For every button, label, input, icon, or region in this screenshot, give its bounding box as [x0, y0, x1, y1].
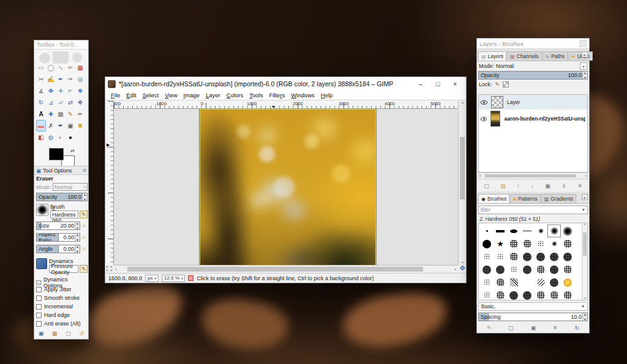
brushes-tab-brushes[interactable]: ◉Brushes — [478, 194, 509, 203]
brush-swatch[interactable] — [480, 263, 494, 276]
dock-tab-undo[interactable]: ➥Undo — [568, 51, 593, 61]
reset-angle-icon[interactable]: ⎌ — [81, 245, 88, 253]
dock-tab-layers[interactable]: ▤Layers — [478, 51, 506, 61]
brush-swatch[interactable] — [561, 237, 574, 250]
spacing-slider[interactable]: Spacing 10.0 ▲▼ — [478, 313, 588, 321]
brush-swatch[interactable] — [520, 276, 534, 289]
brush-swatch[interactable] — [561, 263, 574, 276]
tool-blur-sharpen[interactable]: ◍ — [46, 132, 56, 143]
edit-brush-icon[interactable]: ✎ — [80, 210, 88, 218]
image-layer[interactable] — [200, 109, 376, 266]
brush-swatch[interactable] — [480, 276, 494, 289]
brush-swatch[interactable] — [534, 263, 547, 276]
dynamics-icon[interactable] — [36, 258, 47, 269]
foreground-color-swatch[interactable] — [49, 148, 64, 160]
brush-swatch[interactable] — [480, 250, 494, 263]
tool-mypaint-brush[interactable]: ✖ — [75, 120, 85, 132]
checkbox-box[interactable] — [36, 321, 42, 327]
menu-file[interactable]: File — [108, 92, 123, 98]
menu-help[interactable]: Help — [318, 92, 336, 98]
tool-color-picker[interactable]: ✑ — [66, 73, 75, 85]
edit-brush-icon[interactable]: ✎ — [487, 325, 492, 331]
brush-swatch[interactable] — [520, 237, 534, 250]
zoom-select[interactable]: 12.5 %▾ — [162, 275, 185, 282]
tool-ink[interactable]: ✒ — [56, 120, 66, 132]
tool-clone[interactable]: ▣ — [66, 120, 75, 132]
tool-foreground-select[interactable]: ✍ — [46, 73, 56, 85]
scroll-down-icon[interactable]: ⌄ — [460, 259, 465, 264]
save-tool-preset-icon[interactable]: ▣ — [39, 330, 44, 336]
brush-swatch[interactable] — [547, 237, 561, 250]
tool-dodge-burn[interactable]: ◐ — [56, 132, 66, 143]
checkbox-box[interactable] — [36, 295, 42, 301]
tool-handle-transform[interactable]: ✥ — [75, 97, 85, 108]
new-brush-icon[interactable]: ▢ — [508, 325, 514, 331]
horizontal-scrollbar[interactable]: ‹ › — [114, 265, 457, 273]
brushes-tab-gradients[interactable]: ▥Gradients — [541, 194, 576, 203]
layer-opacity-slider[interactable]: Opacity 100.0 ▲▼ — [478, 71, 588, 80]
quick-mask-toggle[interactable] — [107, 266, 112, 271]
layers-titlebar[interactable]: Layers - Brushes — [477, 39, 589, 49]
scroll-left-icon[interactable]: ‹ — [479, 173, 481, 179]
lower-layer-icon[interactable]: ↓ — [531, 183, 534, 189]
horizontal-scrollbar-thumb[interactable] — [127, 267, 422, 272]
maximize-button[interactable]: □ — [429, 77, 446, 91]
foreground-background-colors[interactable]: ⇄ — [49, 148, 75, 166]
layer-list-scrollbar[interactable]: ‹ › — [478, 173, 588, 179]
checkbox-anti-erase-alt-[interactable]: Anti erase (Alt) — [36, 319, 88, 328]
brush-swatch[interactable] — [520, 289, 534, 300]
duplicate-brush-icon[interactable]: ▣ — [531, 325, 536, 331]
brush-swatch[interactable] — [507, 225, 520, 237]
tool-unified-transform[interactable]: ❖ — [75, 85, 85, 97]
brush-thumbnail[interactable] — [36, 204, 48, 216]
tool-fuzzy-select[interactable]: ✏ — [66, 62, 75, 73]
aspect-ratio-slider[interactable]: Aspect Ratio 0.00 ▲▼ — [36, 233, 80, 242]
delete-tool-preset-icon[interactable]: ▢ — [66, 330, 71, 336]
opacity-slider[interactable]: Opacity 100.0 ▲▼ — [36, 193, 88, 201]
brush-swatch[interactable] — [520, 225, 534, 237]
dock-tab-channels[interactable]: ▤Channels — [507, 51, 541, 61]
filter-dropdown-icon[interactable]: ▼ — [582, 208, 585, 212]
canvas-area[interactable] — [114, 109, 459, 266]
menu-colors[interactable]: Colors — [223, 92, 246, 98]
tool-smudge[interactable]: ● — [66, 132, 75, 143]
lock-pixels-icon[interactable]: ✎ — [495, 81, 500, 87]
vertical-scrollbar-thumb[interactable] — [460, 137, 465, 199]
image-window-titlebar[interactable]: *[aaron-burden-rd2yxHSSatU-unsplash] (im… — [105, 77, 466, 91]
menu-windows[interactable]: Windows — [288, 92, 318, 98]
menu-edit[interactable]: Edit — [123, 92, 139, 98]
checkbox-incremental[interactable]: Incremental — [36, 302, 88, 311]
navigation-cross-icon[interactable]: ✥ — [460, 264, 465, 272]
duplicate-layer-icon[interactable]: ▣ — [545, 183, 550, 189]
scroll-up-icon[interactable]: ⌃ — [583, 223, 587, 228]
tool-paths[interactable]: ✒ — [56, 73, 66, 85]
mode-combo[interactable]: Normal▾ — [53, 183, 88, 191]
checkbox-box[interactable] — [36, 287, 42, 292]
brush-swatch[interactable] — [534, 225, 547, 237]
brush-swatch[interactable] — [547, 276, 561, 289]
layer-mode-dropdown[interactable]: ▾ — [580, 62, 587, 70]
layer-row[interactable]: aaron-burden-rd2yxHSSatU-unspla — [479, 110, 587, 128]
brush-swatch[interactable] — [494, 289, 507, 300]
tool-zoom[interactable]: ◎ — [75, 73, 85, 85]
restore-tool-preset-icon[interactable]: ▦ — [52, 330, 58, 336]
lock-alpha-icon[interactable] — [503, 81, 509, 87]
menu-select[interactable]: Select — [140, 92, 162, 98]
menu-tools[interactable]: Tools — [246, 92, 266, 98]
brush-swatch[interactable] — [561, 250, 574, 263]
tool-rectangle-select[interactable]: ▭ — [36, 62, 46, 73]
brush-swatch[interactable] — [494, 276, 507, 289]
close-button[interactable]: × — [446, 77, 464, 91]
brush-grid-scrollbar[interactable]: ⌃ ⌄ — [582, 223, 587, 300]
dock-tab-paths[interactable]: ∿Paths — [543, 51, 568, 61]
detach-icon[interactable]: ⊞ — [83, 168, 86, 173]
new-layer-icon[interactable]: ▢ — [484, 183, 489, 189]
brush-swatch[interactable] — [534, 289, 547, 300]
brush-swatch[interactable] — [561, 225, 574, 237]
tab-menu-icon[interactable]: ▸ — [582, 194, 588, 200]
checkbox-box[interactable] — [36, 304, 42, 310]
tool-heal[interactable]: ✚ — [46, 108, 56, 120]
brush-swatch[interactable] — [494, 250, 507, 263]
menu-layer[interactable]: Layer — [203, 92, 223, 98]
scroll-right-icon[interactable]: › — [454, 267, 456, 272]
